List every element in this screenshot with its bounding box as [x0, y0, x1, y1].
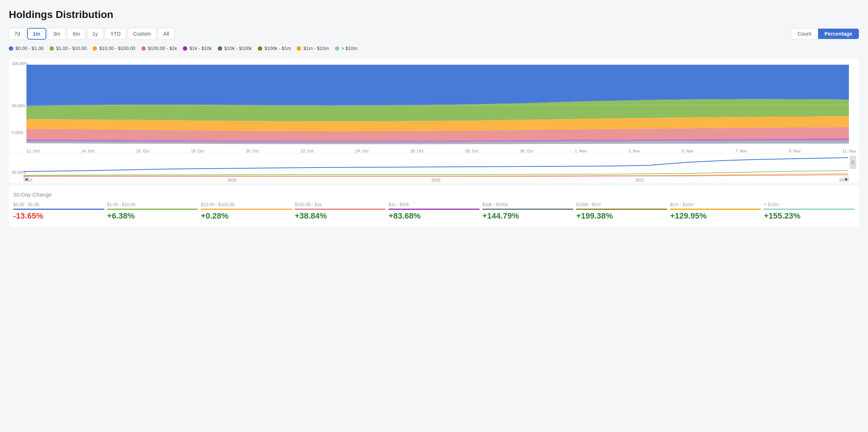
legend-item-5: $10k - $100k: [218, 46, 252, 51]
change-value-0: -13.65%: [13, 211, 104, 221]
change-col-4: $1k - $10k +83.68%: [388, 202, 480, 221]
mini-x-label: 2020: [431, 178, 440, 182]
x-label: 1. Nov: [575, 149, 587, 153]
legend-label-6: $100k - $1m: [264, 46, 291, 51]
x-label: 14. Oct: [81, 149, 94, 153]
controls-bar: 7d 1m 3m 6m 1y YTD Custom All Count Perc…: [9, 28, 859, 40]
area-chart-svg: [12, 63, 856, 147]
x-label: 16. Oct: [136, 149, 149, 153]
change-col-2: $10.00 - $100.00 +0.28%: [201, 202, 292, 221]
x-label: 11. Nov: [842, 149, 856, 153]
legend: $0.00 - $1.00 $1.00 - $10.00 $10.00 - $1…: [9, 46, 859, 51]
scrollbar-handle[interactable]: [850, 156, 856, 169]
change-label-8: > $10m: [764, 202, 855, 210]
legend-item-0: $0.00 - $1.00: [9, 46, 44, 51]
zoom-label: 50.00%: [12, 170, 25, 174]
change-value-7: +129.95%: [670, 211, 761, 221]
legend-label-3: $100.00 - $1k: [148, 46, 177, 51]
legend-item-4: $1k - $10k: [183, 46, 212, 51]
legend-label-1: $1.00 - $10.00: [56, 46, 87, 51]
y-label-mid: 50.00%: [12, 104, 25, 108]
change-value-6: +199.38%: [576, 211, 667, 221]
legend-item-8: > $10m: [335, 46, 358, 51]
time-button-group: 7d 1m 3m 6m 1y YTD Custom All: [9, 28, 174, 40]
main-chart-container: 100.00% 50.00% 0.00% 12. Oct 14. Oct 16.…: [9, 58, 859, 153]
legend-dot-4: [183, 46, 187, 51]
change-col-7: $1m - $10m +129.95%: [670, 202, 761, 221]
legend-label-7: $1m - $10m: [303, 46, 329, 51]
legend-label-8: > $10m: [341, 46, 358, 51]
changes-grid: $0.00 - $1.00 -13.65% $1.00 - $10.00 +6.…: [13, 202, 855, 221]
x-label: 7. Nov: [735, 149, 747, 153]
view-btn-count[interactable]: Count: [791, 29, 818, 39]
change-label-2: $10.00 - $100.00: [201, 202, 292, 210]
x-label: 26. Oct: [411, 149, 423, 153]
page-title: Holdings Distribution: [9, 9, 859, 21]
legend-dot-6: [258, 46, 262, 51]
time-btn-1m[interactable]: 1m: [27, 28, 46, 40]
x-label: 18. Oct: [191, 149, 204, 153]
change-label-0: $0.00 - $1.00: [13, 202, 104, 210]
change-label-5: $10k - $100k: [482, 202, 574, 210]
change-col-0: $0.00 - $1.00 -13.65%: [13, 202, 104, 221]
change-label-6: $100k - $1m: [576, 202, 667, 210]
change-col-8: > $10m +155.23%: [764, 202, 855, 221]
change-col-1: $1.00 - $10.00 +6.38%: [107, 202, 198, 221]
legend-item-7: $1m - $10m: [297, 46, 329, 51]
time-btn-6m[interactable]: 6m: [67, 28, 85, 40]
x-label: 24. Oct: [355, 149, 368, 153]
scroll-left-arrow[interactable]: ◀: [23, 177, 29, 182]
legend-item-3: $100.00 - $1k: [141, 46, 177, 51]
change-value-4: +83.68%: [388, 211, 480, 221]
legend-dot-8: [335, 46, 339, 51]
mini-chart-wrapper: 2016 2018 2020 2022 2024 50.00% ◀ ▶: [9, 153, 859, 183]
change-label-4: $1k - $10k: [388, 202, 480, 210]
legend-dot-1: [50, 46, 54, 51]
x-label: 3. Nov: [628, 149, 640, 153]
mini-chart-svg: [23, 155, 848, 177]
svg-rect-2: [852, 161, 853, 164]
change-col-6: $100k - $1m +199.38%: [576, 202, 667, 221]
x-label: 28. Oct: [465, 149, 478, 153]
time-btn-all[interactable]: All: [158, 28, 175, 40]
change-col-5: $10k - $100k +144.79%: [482, 202, 574, 221]
time-btn-1y[interactable]: 1y: [87, 28, 104, 40]
legend-label-4: $1k - $10k: [189, 46, 212, 51]
changes-title: 30-Day Change: [13, 191, 855, 198]
legend-item-2: $10.00 - $100.00: [93, 46, 135, 51]
scrollbar-icon: [851, 160, 855, 165]
legend-item-6: $100k - $1m: [258, 46, 291, 51]
time-btn-7d[interactable]: 7d: [9, 28, 26, 40]
legend-label-0: $0.00 - $1.00: [15, 46, 44, 51]
y-label-top: 100.00%: [12, 61, 28, 66]
legend-item-1: $1.00 - $10.00: [50, 46, 87, 51]
change-value-8: +155.23%: [764, 211, 855, 221]
legend-dot-0: [9, 46, 13, 51]
legend-dot-2: [93, 46, 97, 51]
change-label-3: $100.00 - $1k: [295, 202, 386, 210]
change-label-7: $1m - $10m: [670, 202, 761, 210]
time-btn-ytd[interactable]: YTD: [105, 28, 126, 40]
scroll-right-arrow[interactable]: ▶: [844, 177, 849, 182]
y-label-bot: 0.00%: [12, 130, 23, 135]
x-label: 9. Nov: [789, 149, 800, 153]
svg-rect-3: [853, 161, 854, 164]
legend-label-2: $10.00 - $100.00: [99, 46, 135, 51]
view-btn-percentage[interactable]: Percentage: [818, 29, 859, 39]
legend-dot-7: [297, 46, 301, 51]
mini-x-label: 2022: [635, 178, 644, 182]
view-toggle-group: Count Percentage: [791, 28, 859, 39]
change-value-1: +6.38%: [107, 211, 198, 221]
changes-section: 30-Day Change $0.00 - $1.00 -13.65% $1.0…: [9, 186, 859, 227]
time-btn-custom[interactable]: Custom: [128, 28, 156, 40]
x-label: 20. Oct: [246, 149, 258, 153]
mini-x-label: 2018: [227, 178, 236, 182]
x-label: 5. Nov: [682, 149, 694, 153]
x-label: 12. Oct: [26, 149, 39, 153]
x-label: 22. Oct: [301, 149, 314, 153]
x-label: 30. Oct: [520, 149, 533, 153]
x-axis: 12. Oct 14. Oct 16. Oct 18. Oct 20. Oct …: [12, 147, 856, 153]
legend-label-5: $10k - $100k: [224, 46, 252, 51]
time-btn-3m[interactable]: 3m: [48, 28, 66, 40]
change-label-1: $1.00 - $10.00: [107, 202, 198, 210]
